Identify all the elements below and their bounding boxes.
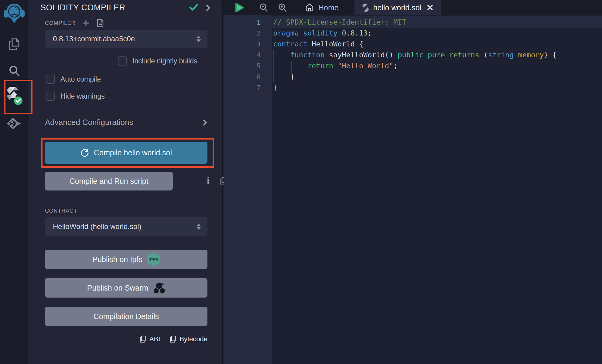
- plus-icon[interactable]: [82, 19, 90, 27]
- select-arrows-icon: [197, 224, 201, 230]
- auto-compile-checkbox[interactable]: [46, 75, 55, 84]
- code-editor: Home hello world.sol: [224, 0, 602, 364]
- contract-section-label: CONTRACT: [45, 208, 77, 214]
- deploy-run-icon[interactable]: [0, 117, 29, 133]
- new-file-icon[interactable]: [97, 19, 104, 27]
- code-line[interactable]: 2pragma solidity 0.8.13;: [224, 28, 602, 39]
- select-arrows-icon: [197, 36, 201, 42]
- close-icon[interactable]: [427, 4, 433, 11]
- copy-icon: [169, 335, 176, 343]
- copy-bytecode-button[interactable]: Bytecode: [169, 335, 207, 343]
- publish-swarm-button[interactable]: Publish on Swarm: [45, 278, 207, 298]
- tab-home[interactable]: Home: [297, 0, 347, 15]
- include-nightly-label: Include nightly builds: [132, 57, 197, 65]
- code-line[interactable]: 6 }: [224, 71, 602, 82]
- panel-title: SOLIDITY COMPILER: [40, 3, 125, 12]
- home-icon: [305, 3, 314, 12]
- line-number: 2: [224, 29, 261, 37]
- ipfs-icon: IPFS: [147, 252, 160, 266]
- solidity-file-icon: [362, 3, 369, 12]
- search-icon[interactable]: [0, 64, 29, 78]
- hide-warnings-label: Hide warnings: [60, 92, 105, 100]
- compile-status-check-icon: [189, 4, 198, 11]
- hide-warnings-checkbox[interactable]: [46, 92, 55, 101]
- code-line[interactable]: 7}: [224, 82, 602, 93]
- contract-select[interactable]: HelloWorld (hello world.sol): [45, 217, 207, 236]
- code-area[interactable]: 1// SPDX-License-Identifier: MIT2pragma …: [224, 15, 602, 364]
- zoom-in-icon[interactable]: [278, 0, 287, 15]
- line-number: 5: [224, 62, 261, 70]
- activity-icon-bar: [0, 0, 29, 364]
- editor-tab-bar: Home hello world.sol: [224, 0, 602, 15]
- publish-ipfs-button[interactable]: Publish on Ipfs IPFS: [45, 250, 207, 269]
- compiler-section-label: COMPILER: [45, 20, 75, 26]
- line-number: 4: [224, 51, 261, 59]
- code-lines: 1// SPDX-License-Identifier: MIT2pragma …: [224, 17, 602, 93]
- remix-logo[interactable]: [0, 2, 29, 24]
- code-line[interactable]: 1// SPDX-License-Identifier: MIT: [224, 17, 602, 28]
- code-text: pragma solidity 0.8.13;: [273, 29, 372, 37]
- refresh-icon: [80, 149, 89, 157]
- compiler-version-value: 0.8.13+commit.abaa5c0e: [53, 35, 135, 43]
- abi-label: ABI: [149, 335, 160, 343]
- code-line[interactable]: 5 return "Hello World";: [224, 60, 602, 71]
- tab-file-label: hello world.sol: [373, 3, 421, 12]
- zoom-out-icon[interactable]: [259, 0, 269, 15]
- code-line[interactable]: 3contract HelloWorld {: [224, 39, 602, 49]
- line-number: 7: [224, 84, 261, 92]
- solidity-compiler-panel: SOLIDITY COMPILER COMPILER: [29, 0, 223, 364]
- solidity-compiler-icon[interactable]: [0, 86, 29, 106]
- compile-button-label: Compile hello world.sol: [94, 148, 172, 157]
- play-icon[interactable]: [234, 0, 245, 15]
- line-number: 3: [224, 40, 261, 48]
- auto-compile-label: Auto compile: [60, 75, 101, 83]
- compile-and-run-label: Compile and Run script: [70, 177, 149, 186]
- code-text: function sayHelloWorld() public pure ret…: [273, 51, 557, 59]
- line-number: 1: [224, 19, 261, 26]
- advanced-configurations-label: Advanced Configurations: [45, 118, 133, 127]
- code-line[interactable]: 4 function sayHelloWorld() public pure r…: [224, 49, 602, 60]
- line-number: 6: [224, 73, 261, 81]
- swarm-icon: [153, 282, 165, 294]
- file-explorer-icon[interactable]: [0, 37, 29, 52]
- contract-select-value: HelloWorld (hello world.sol): [53, 222, 142, 231]
- tab-hello-world-sol[interactable]: hello world.sol: [354, 0, 441, 15]
- compilation-details-button[interactable]: Compilation Details: [45, 307, 207, 326]
- publish-swarm-label: Publish on Swarm: [87, 284, 148, 292]
- remix-ide-app: SOLIDITY COMPILER COMPILER: [0, 0, 602, 364]
- copy-icon: [139, 335, 146, 343]
- compilation-details-label: Compilation Details: [94, 312, 159, 321]
- code-text: return "Hello World";: [273, 62, 398, 70]
- tab-home-label: Home: [318, 3, 339, 12]
- advanced-configurations-toggle[interactable]: Advanced Configurations: [45, 118, 207, 127]
- publish-ipfs-label: Publish on Ipfs: [93, 255, 142, 264]
- panel-chevron-right-icon[interactable]: [206, 4, 210, 12]
- copy-abi-button[interactable]: ABI: [139, 335, 160, 343]
- code-text: }: [273, 83, 277, 92]
- code-text: }: [273, 72, 295, 81]
- code-text: // SPDX-License-Identifier: MIT: [273, 18, 406, 26]
- chevron-right-icon: [203, 119, 207, 126]
- include-nightly-checkbox[interactable]: [118, 56, 127, 66]
- bytecode-label: Bytecode: [180, 335, 207, 343]
- compiler-version-select[interactable]: 0.8.13+commit.abaa5c0e: [45, 30, 207, 48]
- compile-button[interactable]: Compile hello world.sol: [45, 142, 207, 164]
- info-icon[interactable]: i: [207, 176, 209, 185]
- compile-and-run-button[interactable]: Compile and Run script: [45, 172, 173, 190]
- code-text: contract HelloWorld {: [273, 40, 363, 48]
